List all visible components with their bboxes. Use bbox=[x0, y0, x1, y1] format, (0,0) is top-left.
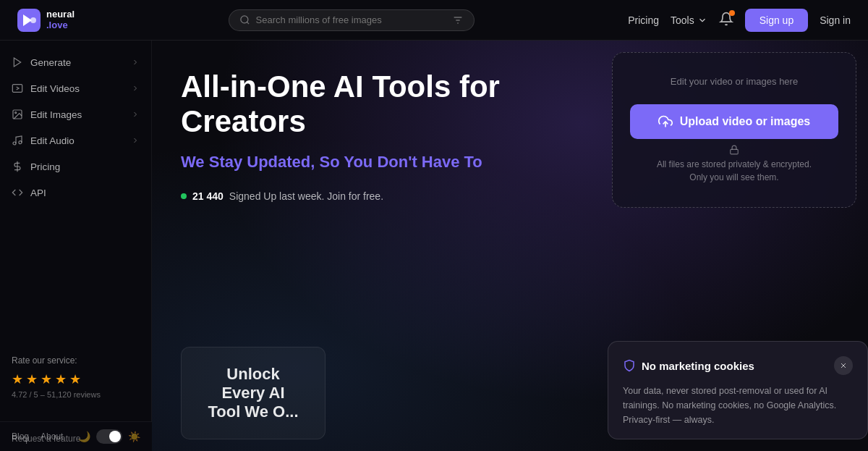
rating-value: 4.72 / 5 – 51,120 reviews bbox=[12, 390, 140, 399]
edit-images-icon bbox=[12, 109, 23, 120]
privacy-notice: All files are stored privately & encrypt… bbox=[657, 145, 812, 184]
sign-in-button[interactable]: Sign in bbox=[820, 14, 851, 26]
cookie-body: Your data, never stored post-removal or … bbox=[623, 384, 853, 427]
logo-text: neural .love bbox=[46, 9, 75, 30]
svg-line-4 bbox=[247, 22, 249, 24]
header: neural .love Pricing Tools Sign up Sign … bbox=[0, 0, 868, 41]
lock-icon bbox=[729, 145, 739, 155]
content-area: All-in-One AI Tools for Creators We Stay… bbox=[152, 41, 868, 451]
chevron-right-icon bbox=[131, 136, 140, 145]
search-bar[interactable] bbox=[229, 9, 475, 31]
chevron-right-icon bbox=[131, 58, 140, 67]
hero-section: All-in-One AI Tools for Creators We Stay… bbox=[152, 41, 600, 451]
upload-button[interactable]: Upload video or images bbox=[630, 104, 838, 139]
stars: ★ ★ ★ ★ ★ bbox=[12, 371, 140, 387]
logo[interactable]: neural .love bbox=[17, 9, 75, 32]
sidebar-item-edit-videos[interactable]: Edit Videos bbox=[0, 75, 151, 101]
sidebar-top: Generate Edit Videos Edit Images bbox=[0, 49, 151, 206]
svg-point-12 bbox=[13, 142, 16, 145]
search-icon bbox=[239, 14, 250, 25]
sun-icon: ☀️ bbox=[128, 431, 140, 442]
svg-rect-9 bbox=[12, 85, 22, 93]
logo-icon bbox=[17, 9, 41, 32]
sidebar-item-api-label: API bbox=[30, 187, 46, 198]
sidebar-item-edit-audio-label: Edit Audio bbox=[30, 135, 75, 146]
star-2: ★ bbox=[26, 371, 38, 387]
generate-icon bbox=[12, 56, 23, 68]
cookie-header: No marketing cookies bbox=[623, 356, 853, 375]
sidebar-item-edit-audio[interactable]: Edit Audio bbox=[0, 127, 151, 153]
sidebar-item-edit-images-label: Edit Images bbox=[30, 109, 82, 120]
upload-icon bbox=[658, 114, 673, 129]
toggle-switch[interactable] bbox=[96, 429, 122, 444]
svg-point-2 bbox=[30, 17, 36, 23]
svg-point-13 bbox=[19, 141, 22, 144]
hero-title: All-in-One AI Tools for Creators bbox=[181, 69, 571, 140]
sidebar-item-api[interactable]: API bbox=[0, 180, 151, 206]
theme-toggle[interactable]: 🌙 ☀️ bbox=[78, 429, 140, 444]
unlock-banner: Unlock Every AI Tool We O... bbox=[181, 347, 326, 439]
star-5: ★ bbox=[69, 371, 81, 387]
search-filter-button[interactable] bbox=[452, 14, 464, 26]
hero-content: All-in-One AI Tools for Creators We Stay… bbox=[181, 69, 571, 202]
svg-point-3 bbox=[240, 16, 247, 23]
api-icon bbox=[12, 187, 23, 198]
sidebar-item-edit-videos-label: Edit Videos bbox=[30, 83, 80, 94]
sidebar-item-pricing-label: Pricing bbox=[30, 161, 60, 172]
privacy-text: All files are stored privately & encrypt… bbox=[657, 158, 812, 184]
chevron-right-icon bbox=[131, 110, 140, 119]
star-1: ★ bbox=[12, 371, 23, 387]
counter-number: 21 440 bbox=[192, 190, 224, 202]
close-icon bbox=[839, 361, 848, 370]
sidebar-item-pricing[interactable]: Pricing bbox=[0, 153, 151, 180]
edit-videos-icon bbox=[12, 83, 23, 94]
rating-label: Rate our service: bbox=[12, 355, 140, 366]
sign-up-button[interactable]: Sign up bbox=[745, 9, 808, 32]
upload-card: Edit your video or images here Upload vi… bbox=[612, 52, 856, 208]
footer-request[interactable]: Request a feature bbox=[12, 434, 80, 444]
sidebar: Generate Edit Videos Edit Images bbox=[0, 41, 152, 451]
edit-here-text: Edit your video or images here bbox=[671, 76, 798, 87]
signup-counter: 21 440 Signed Up last week. Join for fre… bbox=[181, 190, 571, 202]
hero-subtitle: We Stay Updated, So You Don't Have To bbox=[181, 151, 571, 174]
cookie-close-button[interactable] bbox=[834, 356, 853, 375]
nav-tools-button[interactable]: Tools bbox=[671, 14, 707, 26]
cookie-title: No marketing cookies bbox=[642, 360, 754, 372]
cookie-title-row: No marketing cookies bbox=[623, 359, 754, 372]
search-input[interactable] bbox=[256, 14, 446, 25]
chevron-right-icon bbox=[131, 84, 140, 93]
cookie-banner: No marketing cookies Your data, never st… bbox=[608, 341, 868, 439]
notification-dot bbox=[729, 10, 735, 16]
sidebar-item-generate[interactable]: Generate bbox=[0, 49, 151, 75]
counter-text: Signed Up last week. Join for free. bbox=[229, 190, 383, 202]
sidebar-item-generate-label: Generate bbox=[30, 57, 71, 68]
toggle-knob bbox=[109, 431, 121, 442]
star-3: ★ bbox=[41, 371, 52, 387]
sidebar-item-edit-images[interactable]: Edit Images bbox=[0, 101, 151, 127]
notification-button[interactable] bbox=[719, 12, 733, 28]
upload-panel: Edit your video or images here Upload vi… bbox=[600, 41, 868, 451]
edit-audio-icon bbox=[12, 135, 23, 146]
pricing-icon bbox=[12, 161, 23, 172]
star-4: ★ bbox=[55, 371, 67, 387]
nav-pricing-button[interactable]: Pricing bbox=[628, 14, 659, 26]
chevron-down-icon bbox=[697, 15, 707, 25]
counter-dot bbox=[181, 193, 187, 199]
svg-point-11 bbox=[15, 112, 17, 114]
svg-marker-8 bbox=[14, 58, 20, 67]
main-layout: Generate Edit Videos Edit Images bbox=[0, 41, 868, 451]
upload-button-label: Upload video or images bbox=[680, 115, 810, 128]
unlock-banner-area: Unlock Every AI Tool We O... bbox=[181, 347, 326, 439]
svg-rect-16 bbox=[731, 149, 739, 153]
header-nav: Pricing Tools Sign up Sign in bbox=[628, 9, 851, 32]
shield-icon bbox=[623, 359, 636, 372]
